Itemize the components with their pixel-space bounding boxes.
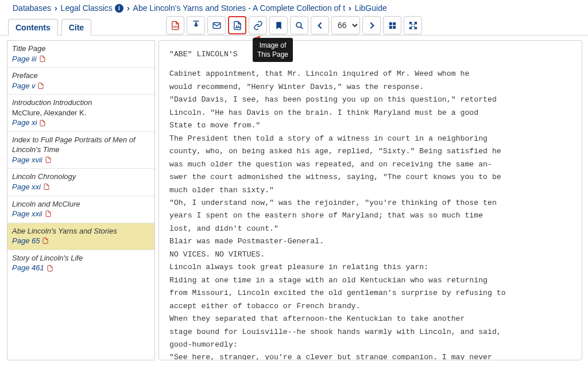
reader-line: accept either of tobacco or French brand… (169, 301, 576, 312)
download-icon[interactable] (187, 16, 205, 34)
reader-line: Lincoln always took great pleasure in re… (169, 262, 576, 273)
pdf-icon[interactable]: PDF (166, 16, 184, 34)
fullscreen-icon[interactable] (404, 16, 422, 34)
reader-line: much older than sixty." (169, 185, 576, 196)
toc-item[interactable]: Introduction IntroductionMcClure, Alexan… (7, 95, 154, 132)
reader-line: "See here, stranger, you're a clever but… (169, 352, 576, 360)
svg-rect-4 (389, 22, 392, 25)
reader-line: swer the court admonished the witness, s… (169, 172, 576, 183)
reader-line: Lincoln. "He has Davis on the brain. I t… (169, 107, 576, 119)
breadcrumb-databases[interactable]: Databases (13, 3, 51, 13)
svg-rect-6 (389, 26, 392, 29)
chevron-right-icon: › (125, 3, 132, 13)
toc-item[interactable]: Lincoln ChronologyPage xxi (7, 169, 154, 196)
chevron-right-icon: › (346, 3, 354, 13)
reader-header: "ABE" LINCOLN'S (169, 49, 576, 60)
reader-line: lost, and didn't count." (169, 223, 576, 235)
reader-line: The President then told a story of a wit… (169, 133, 576, 145)
grid-view-icon[interactable] (383, 16, 401, 34)
tooltip-line: This Page (257, 50, 288, 59)
email-icon[interactable] (207, 16, 226, 34)
toc-item[interactable]: PrefacePage v (7, 68, 154, 95)
image-of-page-tooltip: Image of This Page (253, 38, 293, 62)
reader-line: was much older the question was repeated… (169, 159, 576, 170)
toc-sidebar: Title PagePage iii PrefacePage v Introdu… (7, 40, 155, 360)
breadcrumb-book-title[interactable]: Abe Lincoln's Yarns and Stories - A Comp… (133, 3, 345, 13)
reader-line: "Oh, I understand now," was the rejoinde… (169, 197, 576, 209)
reader-line: NO VICES. NO VIRTUES. (169, 249, 576, 261)
tab-contents[interactable]: Contents (8, 19, 58, 36)
reader-line: good-humoredly: (169, 339, 576, 351)
image-of-page-icon[interactable] (228, 16, 246, 34)
reader-line: years I spent on the eastern shore of Ma… (169, 210, 576, 221)
breadcrumb-libguide[interactable]: LibGuide (355, 3, 387, 13)
toc-item[interactable]: Lincoln and McClurePage xxii (7, 196, 154, 223)
page-select[interactable]: 66 (331, 16, 360, 34)
reader-line: Cabinet appointment, that Mr. Lincoln in… (169, 68, 576, 80)
reader-line: State to move from." (169, 120, 576, 131)
next-page-icon[interactable] (362, 16, 381, 34)
toc-item[interactable]: Story of Lincoln's LifePage 461 (7, 250, 154, 277)
info-icon[interactable]: i (115, 4, 123, 13)
permalink-icon[interactable] (249, 16, 267, 34)
reader-line: would recommend, "Henry Winter Davis," w… (169, 81, 576, 93)
svg-text:PDF: PDF (173, 25, 179, 28)
reader-line: stage bound for Louisville--he shook han… (169, 327, 576, 338)
reader-line: from Missouri, Lincoln excited the old g… (169, 287, 576, 299)
reader-line: county, who, on being asked his age, rep… (169, 146, 576, 157)
chevron-right-icon: › (52, 3, 60, 13)
toc-item[interactable]: Index to Full Page Portraits of Men of L… (7, 132, 154, 169)
reader-line: "David Davis, I see, has been posting yo… (169, 94, 576, 106)
reader-line: Blair was made Postmaster-General. (169, 236, 576, 247)
tab-cite[interactable]: Cite (61, 19, 91, 36)
tooltip-line: Image of (257, 41, 288, 50)
svg-rect-7 (393, 26, 396, 29)
search-icon[interactable] (290, 16, 308, 34)
toc-item[interactable]: Title PagePage iii (7, 41, 154, 68)
tab-bar: Contents Cite PDF 66 (0, 18, 588, 36)
svg-point-3 (296, 22, 301, 28)
main-layout: Title PagePage iii PrefacePage v Introdu… (0, 36, 588, 360)
reader-line: Riding at one time in a stage with an ol… (169, 275, 576, 286)
svg-point-2 (236, 25, 237, 26)
toc-item[interactable]: Abe Lincoln's Yarns and StoriesPage 65 (7, 223, 154, 250)
reader-pane: "ABE" LINCOLN'SCabinet appointment, that… (158, 40, 582, 360)
toolbar: PDF 66 (166, 16, 422, 34)
svg-rect-5 (393, 22, 396, 25)
breadcrumb-legal-classics[interactable]: Legal Classics (61, 3, 113, 13)
prev-page-icon[interactable] (311, 16, 329, 34)
reader-line: When they separated that afternoon-the K… (169, 313, 576, 325)
bookmark-icon[interactable] (269, 16, 288, 34)
